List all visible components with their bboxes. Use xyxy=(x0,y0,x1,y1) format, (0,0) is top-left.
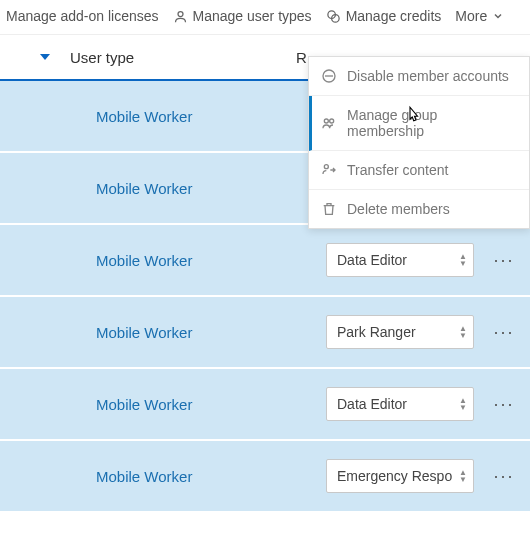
user-type-cell: Mobile Worker xyxy=(96,180,326,197)
disable-member-accounts-item[interactable]: Disable member accounts xyxy=(309,57,529,96)
more-dropdown-menu: Disable member accounts Manage group mem… xyxy=(308,56,530,229)
svg-point-6 xyxy=(330,119,334,123)
transfer-content-item[interactable]: Transfer content xyxy=(309,151,529,190)
row-actions-button[interactable]: ··· xyxy=(484,250,524,271)
user-type-cell: Mobile Worker xyxy=(96,108,326,125)
toolbar-label: More xyxy=(455,8,487,24)
svg-point-7 xyxy=(324,165,328,169)
user-icon xyxy=(173,9,188,24)
dropdown-label: Disable member accounts xyxy=(347,68,509,84)
sort-caret-icon xyxy=(40,54,50,60)
user-type-cell: Mobile Worker xyxy=(96,252,326,269)
role-cell: Data Editor▲▼ xyxy=(326,387,484,421)
user-type-cell: Mobile Worker xyxy=(96,324,326,341)
role-cell: Data Editor▲▼ xyxy=(326,243,484,277)
stepper-icon: ▲▼ xyxy=(459,398,467,411)
manage-addon-licenses-button[interactable]: Manage add-on licenses xyxy=(6,8,159,24)
role-select[interactable]: Data Editor▲▼ xyxy=(326,243,474,277)
role-value: Data Editor xyxy=(337,396,407,412)
row-actions-button[interactable]: ··· xyxy=(484,394,524,415)
toolbar-label: Manage credits xyxy=(346,8,442,24)
role-cell: Emergency Respo▲▼ xyxy=(326,459,484,493)
user-type-cell: Mobile Worker xyxy=(96,396,326,413)
role-select[interactable]: Emergency Respo▲▼ xyxy=(326,459,474,493)
row-actions-button[interactable]: ··· xyxy=(484,466,524,487)
more-menu-button[interactable]: More xyxy=(455,8,504,24)
table-row: Mobile WorkerPark Ranger▲▼··· xyxy=(0,297,530,369)
transfer-icon xyxy=(321,162,337,178)
dropdown-label: Transfer content xyxy=(347,162,448,178)
delete-members-item[interactable]: Delete members xyxy=(309,190,529,228)
role-value: Park Ranger xyxy=(337,324,416,340)
header-label: User type xyxy=(70,49,134,66)
table-row: Mobile WorkerData Editor▲▼··· xyxy=(0,369,530,441)
stepper-icon: ▲▼ xyxy=(459,470,467,483)
toolbar-label: Manage user types xyxy=(193,8,312,24)
header-user-type[interactable]: User type xyxy=(66,49,296,66)
toolbar-label: Manage add-on licenses xyxy=(6,8,159,24)
svg-point-0 xyxy=(178,11,183,16)
disable-icon xyxy=(321,68,337,84)
manage-credits-button[interactable]: Manage credits xyxy=(326,8,442,24)
toolbar: Manage add-on licenses Manage user types… xyxy=(0,0,530,35)
manage-group-membership-item[interactable]: Manage group membership xyxy=(309,96,529,151)
group-icon xyxy=(321,115,337,131)
svg-point-5 xyxy=(324,119,328,123)
role-value: Emergency Respo xyxy=(337,468,452,484)
dropdown-label: Manage group membership xyxy=(347,107,517,139)
dropdown-label: Delete members xyxy=(347,201,450,217)
table-row: Mobile WorkerEmergency Respo▲▼··· xyxy=(0,441,530,513)
table-row: Mobile WorkerData Editor▲▼··· xyxy=(0,225,530,297)
header-label: R xyxy=(296,49,307,66)
role-select[interactable]: Data Editor▲▼ xyxy=(326,387,474,421)
stepper-icon: ▲▼ xyxy=(459,254,467,267)
credits-icon xyxy=(326,9,341,24)
user-type-cell: Mobile Worker xyxy=(96,468,326,485)
manage-user-types-button[interactable]: Manage user types xyxy=(173,8,312,24)
role-value: Data Editor xyxy=(337,252,407,268)
row-actions-button[interactable]: ··· xyxy=(484,322,524,343)
role-cell: Park Ranger▲▼ xyxy=(326,315,484,349)
stepper-icon: ▲▼ xyxy=(459,326,467,339)
chevron-down-icon xyxy=(492,10,504,22)
trash-icon xyxy=(321,201,337,217)
role-select[interactable]: Park Ranger▲▼ xyxy=(326,315,474,349)
